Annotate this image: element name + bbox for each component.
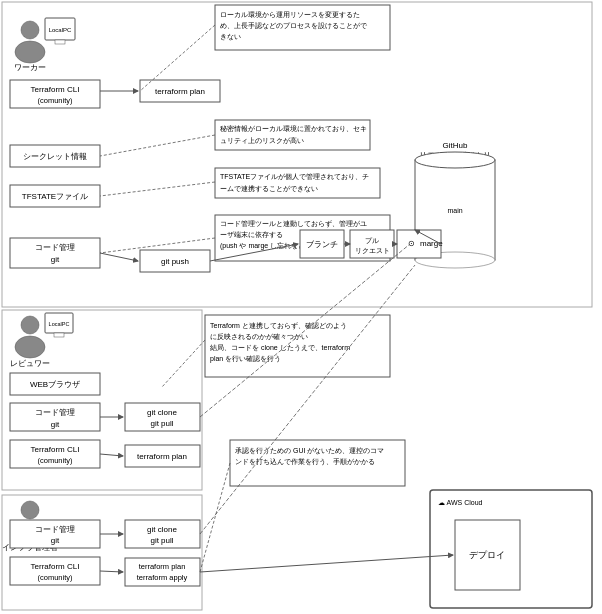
callout1-text2: め、上長手認などのプロセスを設けることがで xyxy=(220,22,368,30)
pr-text1: プル xyxy=(365,237,379,244)
callout2-text1: 秘密情報がローカル環境に置かれており、セキ xyxy=(220,125,367,133)
infra-code-mgmt-text2: git xyxy=(51,536,60,545)
worker-code-mgmt-text1: コード管理 xyxy=(35,243,75,252)
callout4-text1: コード管理ツールと連動しておらず、管理がユ xyxy=(220,220,367,228)
callout5-text3: 結局、コードを clone したうえで、terraform xyxy=(209,344,350,352)
callout3-text1: TFSTATEファイルが個人で管理されており、チ xyxy=(220,173,369,181)
infra-terraform-apply-text1: terraform plan xyxy=(139,562,186,571)
callout3-text2: ームで連携することができない xyxy=(220,185,318,193)
svg-point-0 xyxy=(21,21,39,39)
arrow-code-gitpush xyxy=(100,253,138,261)
reviewer-label: レビュワー xyxy=(10,359,50,368)
worker-monitor-stand xyxy=(55,40,65,44)
reviewer-code-mgmt-text2: git xyxy=(51,420,60,429)
worker-secret-text: シークレット情報 xyxy=(23,152,87,161)
reviewer-terraform-plan-text: terraform plan xyxy=(137,452,187,461)
merge-icon: ⊙ xyxy=(408,239,415,248)
github-label1: GitHub xyxy=(443,141,468,150)
arrow-infra-github xyxy=(200,265,415,534)
github-main-text: main xyxy=(447,207,462,214)
worker-code-mgmt-text2: git xyxy=(51,255,60,264)
svg-point-3 xyxy=(15,336,45,358)
callout4-text2: ーザ端末に依存する xyxy=(220,231,283,239)
reviewer-localpc-text: LocalPC xyxy=(49,321,70,327)
callout2-text2: ュリティ上のリスクが高い xyxy=(220,137,304,145)
branch-text: ブランチ xyxy=(306,240,338,249)
infra-terraform-apply-text2: terraform apply xyxy=(137,573,188,582)
worker-tfstate-text: TFSTATEファイル xyxy=(22,192,88,201)
worker-label: ワーカー xyxy=(14,63,46,72)
callout1-text: ローカル環境から運用リソースを変更するた xyxy=(220,11,360,19)
reviewer-browser-text: WEBブラウザ xyxy=(30,380,80,389)
reviewer-terraform-cli-text2: (comunity) xyxy=(37,456,73,465)
worker-terraform-cli-text1: Terraform CLI xyxy=(31,85,80,94)
arrow-tfapply-deploy xyxy=(200,555,453,572)
callout5-line xyxy=(162,340,205,387)
infra-code-mgmt-text1: コード管理 xyxy=(35,525,75,534)
reviewer-terraform-cli-text1: Terraform CLI xyxy=(31,445,80,454)
svg-point-4 xyxy=(21,501,39,519)
arrow-infra-tfapply xyxy=(100,571,123,572)
arrow-reviewer-tfplan xyxy=(100,454,123,456)
callout3-line xyxy=(100,182,215,196)
pr-text2: リクエスト xyxy=(355,247,390,254)
diagram: ワーカー LocalPC Terraform CLI (comunity) シー… xyxy=(0,0,602,614)
diagram-svg: ワーカー LocalPC Terraform CLI (comunity) シー… xyxy=(0,0,602,614)
callout6-text1: 承認を行うための GUI がないため、運控のコマ xyxy=(235,447,384,455)
reviewer-code-mgmt-text1: コード管理 xyxy=(35,408,75,417)
svg-point-1 xyxy=(15,41,45,63)
callout6-line xyxy=(200,463,230,572)
worker-person-icon xyxy=(15,21,45,63)
infra-terraform-cli-text1: Terraform CLI xyxy=(31,562,80,571)
svg-point-2 xyxy=(21,316,39,334)
reviewer-git-clone-text2: git pull xyxy=(150,419,173,428)
callout2-line xyxy=(100,135,215,156)
aws-logo-text: ☁ AWS Cloud xyxy=(438,499,483,506)
worker-git-push-text: git push xyxy=(161,257,189,266)
callout6-text2: ンドを打ち込んで作業を行う、手順がかかる xyxy=(235,458,375,466)
infra-terraform-cli-text2: (comunity) xyxy=(37,573,73,582)
worker-terraform-cli-text2: (comunity) xyxy=(37,96,73,105)
reviewer-git-clone-text1: git clone xyxy=(147,408,177,417)
reviewer-person-icon xyxy=(15,316,45,358)
callout5-text1: Terraform と連携しておらず、確認どのよう xyxy=(210,322,347,330)
callout1-text3: きない xyxy=(220,33,241,41)
worker-localpc-label: LocalPC xyxy=(49,27,72,33)
deploy-text: デプロイ xyxy=(469,550,505,560)
infra-git-clone-text2: git pull xyxy=(150,536,173,545)
worker-terraform-plan-text: terraform plan xyxy=(155,87,205,96)
reviewer-monitor-stand xyxy=(54,333,64,337)
github-cylinder-top xyxy=(415,152,495,168)
infra-git-clone-text1: git clone xyxy=(147,525,177,534)
